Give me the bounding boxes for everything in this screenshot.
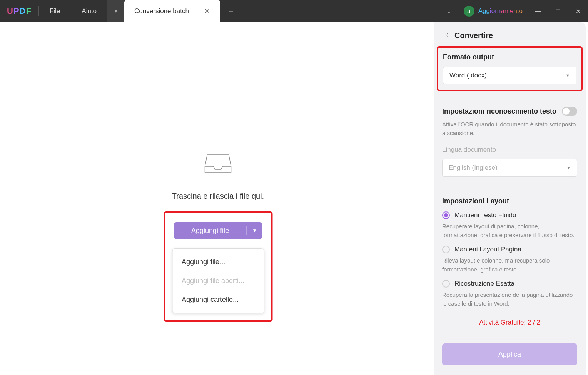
radio-page-layout[interactable]: Manteni Layout Pagina — [442, 246, 577, 253]
radio-fluid-desc: Recuperare layout di pagina, colonne, fo… — [442, 222, 577, 239]
sidebar-convert: 〈 Convertire Formato output Word (.docx)… — [434, 22, 586, 375]
tabstrip: ▼ Conversione batch ✕ + ⌄ — [107, 0, 458, 22]
inbox-icon — [204, 153, 232, 174]
upgrade-label: Aggiornamento — [478, 7, 523, 15]
tab-overflow-chevron[interactable]: ⌄ — [440, 0, 458, 22]
doc-language-value: English (Inglese) — [449, 164, 498, 172]
apply-button[interactable]: Applica — [442, 343, 577, 365]
titlebar: UPDF File Aiuto ▼ Conversione batch ✕ + … — [0, 0, 588, 22]
add-file-button[interactable]: Aggiungi file ▼ — [174, 222, 262, 239]
dropdown-add-files[interactable]: Aggiungi file... — [172, 253, 264, 271]
caret-down-icon: ▼ — [566, 73, 570, 78]
output-format-value: Word (.docx) — [449, 72, 487, 79]
sidebar-title: Convertire — [454, 31, 493, 40]
add-file-button-label: Aggiungi file — [174, 227, 247, 235]
ocr-toggle[interactable] — [562, 107, 577, 116]
tab-label: Conversione batch — [134, 7, 189, 15]
dropdown-add-folders[interactable]: Aggiungi cartelle... — [172, 290, 264, 309]
new-tab-button[interactable]: + — [220, 0, 242, 22]
annotation-highlight: Aggiungi file ▼ Aggiungi file... Aggiung… — [164, 211, 272, 322]
close-tab-icon[interactable]: ✕ — [204, 7, 210, 15]
avatar: J — [464, 6, 474, 17]
maximize-button[interactable]: ☐ — [548, 0, 568, 22]
back-chevron-icon[interactable]: 〈 — [442, 31, 449, 40]
radio-icon — [442, 211, 450, 219]
free-activity-count: Attività Gratuite: 2 / 2 — [442, 319, 577, 326]
radio-icon — [442, 280, 450, 288]
user-badge[interactable]: J Aggiornamento — [458, 0, 528, 22]
main-drop-area[interactable]: Trascina e rilascia i file qui. Aggiungi… — [2, 22, 434, 375]
caret-down-icon: ▼ — [566, 166, 571, 170]
layout-settings-label: Impostazioni Layout — [442, 197, 577, 205]
tab-active[interactable]: Conversione batch ✕ — [124, 0, 220, 22]
output-format-select[interactable]: Word (.docx) ▼ — [443, 67, 576, 84]
menu-file[interactable]: File — [39, 0, 71, 22]
ocr-settings-label: Impostazioni riconoscimento testo — [442, 107, 556, 116]
menu-help[interactable]: Aiuto — [71, 0, 107, 22]
drop-hint-text: Trascina e rilascia i file qui. — [164, 192, 272, 201]
annotation-highlight-2: Formato output Word (.docx) ▼ — [437, 46, 583, 91]
app-logo: UPDF — [0, 0, 38, 22]
radio-page-desc: Rileva layout e colonne, ma recupera sol… — [442, 256, 577, 274]
window-controls: — ☐ ✕ — [528, 0, 588, 22]
minimize-button[interactable]: — — [528, 0, 548, 22]
doc-language-label: Lingua documento — [442, 146, 577, 154]
output-format-label: Formato output — [443, 53, 576, 61]
tab-list-dropdown[interactable]: ▼ — [107, 0, 124, 22]
dropdown-add-open-files: Aggiungi file aperti... — [172, 271, 264, 290]
radio-exact[interactable]: Ricostruzione Esatta — [442, 280, 577, 288]
caret-down-icon[interactable]: ▼ — [247, 228, 262, 233]
add-file-dropdown: Aggiungi file... Aggiungi file aperti...… — [172, 248, 264, 313]
doc-language-select[interactable]: English (Inglese) ▼ — [442, 159, 577, 177]
radio-fluid-text[interactable]: Mantieni Testo Fluido — [442, 211, 577, 219]
ocr-hint: Attiva l'OCR quando il documento è stato… — [442, 120, 577, 137]
radio-icon — [442, 246, 450, 253]
close-window-button[interactable]: ✕ — [568, 0, 588, 22]
radio-exact-desc: Recupera la presentazione della pagina u… — [442, 291, 577, 308]
